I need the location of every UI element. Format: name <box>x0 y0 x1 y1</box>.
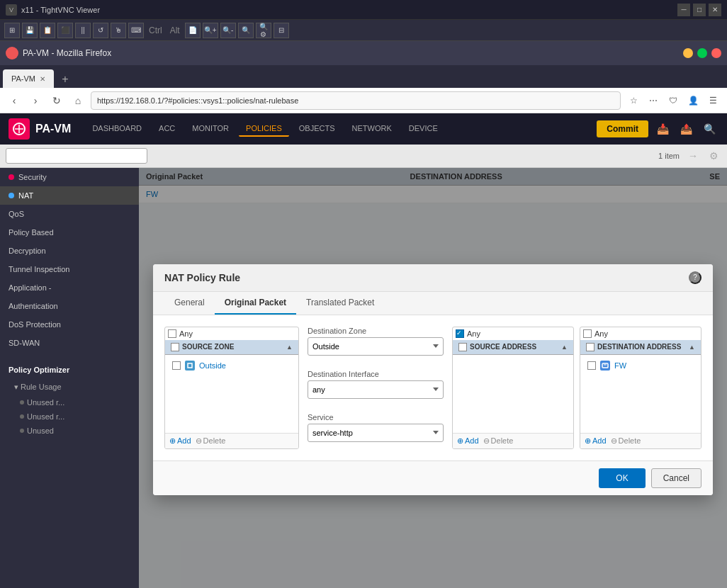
nav-icon-2[interactable]: 📤 <box>677 120 695 137</box>
source-addr-delete-button[interactable]: ⊖ Delete <box>483 436 514 446</box>
bookmark-icon[interactable]: ☆ <box>625 92 642 109</box>
sidebar-item-decryption[interactable]: Decryption <box>0 242 139 260</box>
toolbar-btn-4[interactable]: ⬛ <box>57 23 73 38</box>
dest-addr-add-button[interactable]: ⊕ Add <box>585 436 607 446</box>
ff-maximize[interactable] <box>697 48 707 58</box>
source-zone-item-cb[interactable] <box>172 361 181 370</box>
tab-translated-packet[interactable]: Translated Packet <box>296 292 384 315</box>
dest-addr-any-row: Any <box>580 327 701 340</box>
address-bar: ‹ › ↻ ⌂ ☆ ⋯ 🛡 👤 ☰ <box>0 88 727 113</box>
sidebar-rule-usage[interactable]: ▾ Rule Usage <box>0 379 139 395</box>
source-addr-col-checkbox[interactable] <box>458 343 467 351</box>
commit-button[interactable]: Commit <box>597 120 648 137</box>
nav-search-icon[interactable]: 🔍 <box>701 120 718 137</box>
nav-acc[interactable]: ACC <box>152 121 182 137</box>
minimize-button[interactable]: ─ <box>677 4 690 16</box>
ok-button[interactable]: OK <box>599 468 645 488</box>
source-zone-any-checkbox[interactable] <box>168 329 176 338</box>
sidebar-item-qos[interactable]: QoS <box>0 205 139 223</box>
nav-monitor[interactable]: MONITOR <box>185 121 236 137</box>
home-button[interactable]: ⌂ <box>69 92 86 109</box>
toolbar-btn-11[interactable]: 🔍- <box>220 23 236 38</box>
toolbar-alt: Alt <box>167 26 183 35</box>
active-tab[interactable]: PA-VM ✕ <box>3 69 54 88</box>
sidebar-item-dos[interactable]: DoS Protection <box>0 315 139 334</box>
reload-button[interactable]: ↻ <box>48 92 65 109</box>
shield-icon[interactable]: 🛡 <box>665 92 682 109</box>
toolbar-btn-14[interactable]: ⊟ <box>274 23 289 38</box>
maximize-button[interactable]: □ <box>693 4 706 16</box>
sidebar-item-appc[interactable]: Application - <box>0 278 139 297</box>
source-zone-col-checkbox[interactable] <box>171 343 179 351</box>
ff-close[interactable] <box>711 48 721 58</box>
nav-settings-icon[interactable]: ⚙ <box>706 147 721 164</box>
address-input[interactable] <box>91 91 621 110</box>
dest-addr-delete-button[interactable]: ⊖ Delete <box>611 436 641 446</box>
main-content: Security NAT QoS Policy Based Decryption… <box>0 168 727 588</box>
modal-help-button[interactable]: ? <box>689 271 701 284</box>
toolbar-btn-3[interactable]: 📋 <box>40 23 55 38</box>
ff-minimize[interactable] <box>683 48 693 58</box>
source-addr-sort-icon: ▲ <box>561 344 568 351</box>
sidebar-item-tunnel[interactable]: Tunnel Inspection <box>0 260 139 278</box>
search-input[interactable] <box>6 148 147 164</box>
nav-forward-icon[interactable]: → <box>685 147 701 164</box>
toolbar-btn-8[interactable]: ⌨ <box>128 23 144 38</box>
service-select[interactable]: service-http any service-https <box>308 424 444 442</box>
source-zone-any-row: Any <box>165 327 298 340</box>
menu-icon[interactable]: ☰ <box>704 92 721 109</box>
cancel-button[interactable]: Cancel <box>651 468 701 488</box>
toolbar-btn-10[interactable]: 🔍+ <box>203 23 218 38</box>
tab-bar: PA-VM ✕ + <box>0 65 727 88</box>
nav-dashboard[interactable]: DASHBOARD <box>85 121 149 137</box>
tab-original-packet[interactable]: Original Packet <box>215 292 296 315</box>
dest-zone-group: Destination Zone Outside Any Inside <box>308 327 444 356</box>
dest-interface-select[interactable]: any <box>308 380 444 399</box>
tab-general[interactable]: General <box>164 292 215 315</box>
source-addr-add-button[interactable]: ⊕ Add <box>457 436 479 446</box>
sidebar-item-nat[interactable]: NAT <box>0 186 139 205</box>
modal-footer: OK Cancel <box>153 460 713 495</box>
app-icon: V <box>6 4 17 16</box>
nav-device[interactable]: DEVICE <box>402 121 445 137</box>
toolbar-btn-13[interactable]: 🔍⚙ <box>256 23 271 38</box>
user-icon[interactable]: 👤 <box>684 92 701 109</box>
tab-close-button[interactable]: ✕ <box>40 75 45 83</box>
toolbar-btn-5[interactable]: || <box>75 23 91 38</box>
sidebar-unused-3[interactable]: Unused <box>0 424 139 438</box>
sidebar-item-policybased[interactable]: Policy Based <box>0 223 139 242</box>
more-icon[interactable]: ⋯ <box>645 92 662 109</box>
dest-zone-select[interactable]: Outside Any Inside <box>308 337 444 356</box>
address-icons: ☆ ⋯ 🛡 👤 ☰ <box>625 92 721 109</box>
title-bar: V x11 - TightVNC Viewer ─ □ ✕ <box>0 0 727 20</box>
toolbar-btn-9[interactable]: 📄 <box>185 23 201 38</box>
nav-objects[interactable]: OBJECTS <box>292 121 342 137</box>
dest-addr-fw-checkbox[interactable] <box>587 361 596 370</box>
sidebar-item-security[interactable]: Security <box>0 168 139 186</box>
close-button[interactable]: ✕ <box>709 4 721 16</box>
sidebar-unused-1[interactable]: Unused r... <box>0 395 139 409</box>
source-zone-add-button[interactable]: ⊕ Add <box>169 436 191 446</box>
dest-addr-any-checkbox[interactable] <box>583 329 592 338</box>
toolbar-btn-6[interactable]: ↺ <box>93 23 108 38</box>
sidebar-item-auth[interactable]: Authentication <box>0 297 139 315</box>
toolbar-btn-1[interactable]: ⊞ <box>4 23 20 38</box>
toolbar-btn-12[interactable]: 🔍 <box>238 23 254 38</box>
dest-addr-col-checkbox[interactable] <box>586 343 594 351</box>
nav-network[interactable]: NETWORK <box>345 121 399 137</box>
sidebar-unused-2[interactable]: Unused r... <box>0 409 139 424</box>
window-title: x11 - TightVNC Viewer <box>21 6 677 14</box>
source-zone-delete-button[interactable]: ⊖ Delete <box>196 436 226 446</box>
sidebar-label-dos: DoS Protection <box>9 320 61 329</box>
nav-icon-1[interactable]: 📥 <box>654 120 672 137</box>
nav-policies[interactable]: POLICIES <box>239 121 289 137</box>
sidebar-item-sdwan[interactable]: SD-WAN <box>0 334 139 352</box>
toolbar-btn-2[interactable]: 💾 <box>22 23 38 38</box>
sidebar-policy-optimizer[interactable]: Policy Optimizer <box>0 361 139 379</box>
source-addr-any-checkbox[interactable] <box>456 329 464 338</box>
sidebar-label-appc: Application - <box>9 283 52 292</box>
back-button[interactable]: ‹ <box>6 92 23 109</box>
forward-button[interactable]: › <box>27 92 44 109</box>
new-tab-button[interactable]: + <box>57 71 74 88</box>
toolbar-btn-7[interactable]: 🖱 <box>111 23 126 38</box>
